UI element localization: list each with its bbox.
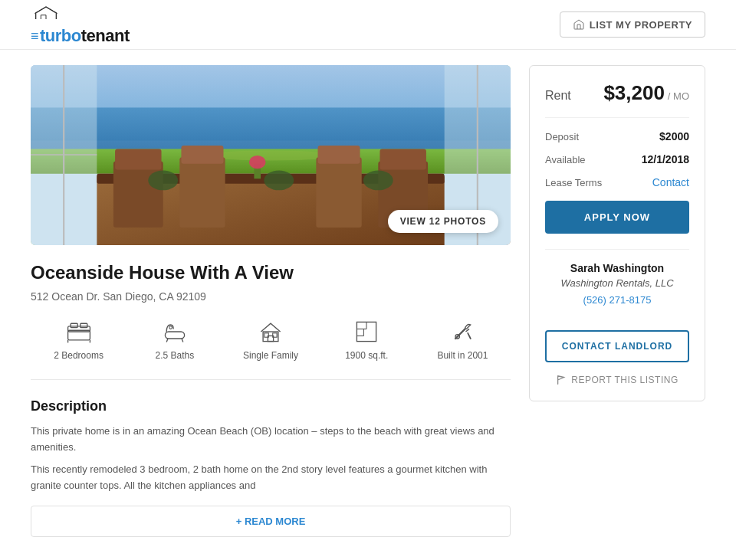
description-title: Description <box>31 398 511 414</box>
description-para2: This recently remodeled 3 bedroom, 2 bat… <box>31 462 511 494</box>
bed-icon <box>65 318 93 345</box>
site-header: ≡ turbo tenant LIST MY PROPERTY <box>0 0 736 50</box>
deposit-value: $2000 <box>659 130 689 142</box>
apply-now-button[interactable]: APPLY NOW <box>545 201 689 234</box>
feature-sqft: 1900 sq.ft. <box>319 318 415 361</box>
svg-point-22 <box>148 170 178 190</box>
logo: ≡ turbo tenant <box>31 3 130 46</box>
main-content: VIEW 12 PHOTOS Oceanside House With A Vi… <box>0 50 736 552</box>
deposit-label: Deposit <box>545 131 579 142</box>
rental-card: Rent $3,200 / MO Deposit $2000 Available… <box>529 65 705 401</box>
feature-bedrooms: 2 Bedrooms <box>31 318 127 361</box>
svg-rect-28 <box>80 323 87 327</box>
view-photos-button[interactable]: VIEW 12 PHOTOS <box>388 210 498 233</box>
svg-rect-14 <box>316 157 361 228</box>
feature-built: Built in 2001 <box>415 318 511 361</box>
landlord-name: Sarah Washington <box>545 262 689 274</box>
svg-line-33 <box>182 339 183 342</box>
logo-lines-icon: ≡ <box>31 28 38 44</box>
svg-point-34 <box>169 326 172 329</box>
report-listing-link[interactable]: REPORT THIS LISTING <box>545 375 689 385</box>
type-label: Single Family <box>243 350 298 361</box>
description-section: Description This private home is in an a… <box>31 398 511 537</box>
logo-tenant-text: tenant <box>81 26 130 46</box>
property-address: 512 Ocean Dr. San Diego, CA 92109 <box>31 290 511 303</box>
svg-line-32 <box>166 339 168 342</box>
house-icon <box>257 318 284 345</box>
svg-point-21 <box>249 156 266 169</box>
available-value: 12/1/2018 <box>642 153 689 165</box>
flag-icon <box>556 375 567 385</box>
svg-rect-31 <box>165 332 184 339</box>
list-property-button[interactable]: LIST MY PROPERTY <box>560 11 705 38</box>
rent-row: Rent $3,200 / MO <box>545 81 689 118</box>
svg-rect-18 <box>318 146 360 164</box>
left-column: VIEW 12 PHOTOS Oceanside House With A Vi… <box>31 65 511 537</box>
sqft-icon <box>353 318 380 345</box>
feature-baths: 2.5 Baths <box>127 318 222 361</box>
feature-type: Single Family <box>222 318 318 361</box>
svg-point-24 <box>363 170 393 190</box>
lease-row: Lease Terms Contact <box>545 176 689 188</box>
svg-rect-27 <box>71 323 77 327</box>
svg-point-23 <box>264 170 294 190</box>
landlord-phone[interactable]: (526) 271-8175 <box>583 294 652 306</box>
read-more-button[interactable]: + READ MORE <box>31 506 511 537</box>
home-icon <box>573 18 585 31</box>
svg-rect-13 <box>179 157 225 228</box>
contact-landlord-button[interactable]: CONTACT LANDLORD <box>545 330 689 362</box>
logo-text: ≡ turbo tenant <box>31 26 130 46</box>
description-para1: This private home is in an amazing Ocean… <box>31 424 511 456</box>
sqft-label: 1900 sq.ft. <box>345 350 388 361</box>
right-column: Rent $3,200 / MO Deposit $2000 Available… <box>529 65 705 537</box>
built-label: Built in 2001 <box>437 350 488 361</box>
rent-amount: $3,200 <box>603 81 665 104</box>
property-photo-area: VIEW 12 PHOTOS <box>31 65 511 245</box>
svg-rect-12 <box>113 162 163 228</box>
svg-rect-16 <box>115 149 161 169</box>
available-row: Available 12/1/2018 <box>545 153 689 165</box>
lease-label: Lease Terms <box>545 177 602 188</box>
logo-house-icon <box>31 3 61 25</box>
rent-period: / MO <box>668 90 689 102</box>
logo-turbo-text: turbo <box>40 26 81 46</box>
bath-icon <box>161 318 189 345</box>
deposit-row: Deposit $2000 <box>545 130 689 142</box>
svg-rect-17 <box>181 146 223 164</box>
lease-contact-link[interactable]: Contact <box>652 176 689 188</box>
tools-icon <box>449 318 476 345</box>
property-title: Oceanside House With A View <box>31 260 511 284</box>
rent-amount-area: $3,200 / MO <box>603 81 689 105</box>
available-label: Available <box>545 154 586 165</box>
landlord-section: Sarah Washington Washington Rentals, LLC… <box>545 249 689 318</box>
landlord-company: Washington Rentals, LLC <box>545 277 689 289</box>
rent-label: Rent <box>545 89 571 103</box>
features-row: 2 Bedrooms 2.5 Baths <box>31 318 511 380</box>
svg-rect-19 <box>380 149 426 169</box>
bedrooms-label: 2 Bedrooms <box>54 350 104 361</box>
baths-label: 2.5 Baths <box>155 350 194 361</box>
